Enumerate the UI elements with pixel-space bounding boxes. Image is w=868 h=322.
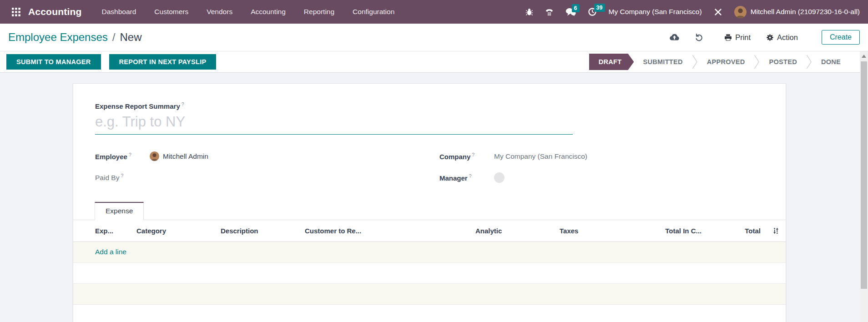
state-draft[interactable]: DRAFT — [589, 54, 634, 70]
paid-by-help-marker[interactable]: ? — [121, 173, 123, 178]
col-category[interactable]: Category — [134, 220, 218, 241]
user-menu[interactable]: Mitchell Admin (21097230-16-0-all) — [734, 6, 860, 18]
empty-row — [73, 262, 786, 283]
field-grid: Employee? Mitchell Admin Paid By? — [95, 146, 764, 188]
summary-input[interactable] — [95, 112, 573, 135]
chevron-separator-icon — [806, 54, 812, 70]
col-customer-to-reinvoice[interactable]: Customer to Re... — [302, 220, 473, 241]
expense-report-form-sheet: Expense Report Summary? Employee? — [73, 83, 786, 322]
summary-label-text: Expense Report Summary — [95, 102, 180, 110]
empty-row — [73, 304, 786, 322]
notebook-tabs: Expense — [73, 202, 786, 220]
summary-field-label: Expense Report Summary? — [95, 101, 786, 110]
col-analytic[interactable]: Analytic — [473, 220, 557, 241]
create-button[interactable]: Create — [822, 30, 860, 45]
print-button[interactable]: Print — [724, 33, 751, 42]
tab-expense[interactable]: Expense — [95, 202, 144, 220]
menu-accounting[interactable]: Accounting — [251, 8, 286, 16]
col-taxes[interactable]: Taxes — [557, 220, 639, 241]
main-content: Expense Report Summary? Employee? — [0, 73, 868, 322]
manager-label-text: Manager — [439, 174, 468, 182]
messages-icon[interactable]: 6 — [565, 8, 576, 16]
expense-lines-table: Exp... Category Description Customer to … — [73, 220, 786, 322]
status-pipeline: DRAFT SUBMITTED APPROVED POSTED DONE — [589, 54, 850, 70]
paid-by-label-text: Paid By — [95, 174, 119, 182]
state-posted[interactable]: POSTED — [760, 58, 806, 65]
control-panel-actions: Print Action Create — [670, 30, 860, 45]
odoo-window: Accounting Dashboard Customers Vendors A… — [0, 0, 868, 322]
company-field-row: Company? My Company (San Francisco) — [439, 146, 764, 167]
col-total-in-currency[interactable]: Total In C... — [639, 220, 707, 241]
employee-name: Mitchell Admin — [163, 152, 208, 161]
messages-count-badge: 6 — [572, 4, 580, 12]
breadcrumb-current: New — [120, 31, 141, 44]
company-switcher[interactable]: My Company (San Francisco) — [609, 8, 702, 16]
report-in-next-payslip-button[interactable]: REPORT IN NEXT PAYSLIP — [109, 54, 217, 70]
menu-customers[interactable]: Customers — [154, 8, 188, 16]
manager-value[interactable] — [494, 172, 505, 183]
phone-icon[interactable] — [545, 8, 554, 16]
breadcrumb: Employee Expenses / New — [8, 31, 141, 44]
breadcrumb-separator: / — [112, 31, 116, 44]
employee-help-marker[interactable]: ? — [129, 152, 131, 157]
action-label: Action — [777, 33, 798, 42]
employee-label-text: Employee — [95, 153, 127, 161]
manager-help-marker[interactable]: ? — [469, 173, 472, 179]
optional-columns-toggle[interactable] — [766, 220, 786, 241]
debug-bug-icon[interactable] — [525, 8, 533, 16]
print-label: Print — [735, 33, 751, 42]
action-button[interactable]: Action — [766, 33, 798, 42]
state-done[interactable]: DONE — [812, 58, 850, 65]
menu-reporting[interactable]: Reporting — [304, 8, 334, 16]
col-expense-date[interactable]: Exp... — [73, 220, 134, 241]
company-value[interactable]: My Company (San Francisco) — [494, 152, 587, 161]
control-panel: Employee Expenses / New — [0, 24, 868, 51]
paid-by-field-row: Paid By? — [95, 167, 439, 188]
scrollbar-thumb[interactable] — [861, 61, 867, 289]
manager-avatar-placeholder — [494, 172, 505, 183]
employee-field-row: Employee? Mitchell Admin — [95, 146, 439, 167]
summary-help-marker[interactable]: ? — [182, 101, 184, 107]
systray: 6 39 My Company (San Francisco) — [525, 6, 860, 18]
menu-dashboard[interactable]: Dashboard — [102, 8, 136, 16]
activities-count-badge: 39 — [594, 4, 605, 12]
submit-to-manager-button[interactable]: SUBMIT TO MANAGER — [6, 54, 101, 70]
add-a-line-link[interactable]: Add a line — [76, 248, 126, 256]
user-avatar — [734, 6, 747, 18]
manager-label: Manager? — [439, 173, 494, 182]
company-label: Company? — [439, 152, 494, 161]
apps-grid-icon[interactable] — [8, 4, 24, 20]
tools-icon[interactable] — [714, 8, 722, 16]
manager-field-row: Manager? — [439, 167, 764, 188]
user-name: Mitchell Admin (21097230-16-0-all) — [751, 8, 860, 16]
chevron-separator-icon — [692, 54, 698, 70]
col-description[interactable]: Description — [218, 220, 302, 241]
scrollbar-up-arrow-icon[interactable] — [862, 55, 866, 58]
top-navbar: Accounting Dashboard Customers Vendors A… — [0, 0, 868, 24]
employee-label: Employee? — [95, 152, 150, 161]
breadcrumb-employee-expenses[interactable]: Employee Expenses — [8, 31, 108, 44]
empty-row — [73, 283, 786, 304]
menu-configuration[interactable]: Configuration — [353, 8, 394, 16]
state-approved[interactable]: APPROVED — [698, 58, 754, 65]
field-column-left: Employee? Mitchell Admin Paid By? — [95, 146, 439, 188]
employee-avatar — [150, 151, 159, 161]
field-column-right: Company? My Company (San Francisco) Mana… — [439, 146, 764, 188]
menu-vendors[interactable]: Vendors — [207, 8, 232, 16]
state-submitted[interactable]: SUBMITTED — [634, 58, 691, 65]
table-header-row: Exp... Category Description Customer to … — [73, 220, 786, 241]
chevron-separator-icon — [754, 54, 760, 70]
col-total[interactable]: Total — [707, 220, 766, 241]
main-menu: Dashboard Customers Vendors Accounting R… — [102, 8, 395, 16]
statusbar: SUBMIT TO MANAGER REPORT IN NEXT PAYSLIP… — [0, 51, 868, 73]
employee-value[interactable]: Mitchell Admin — [150, 151, 208, 161]
cloud-upload-icon[interactable] — [670, 34, 679, 41]
discard-undo-icon[interactable] — [695, 33, 703, 42]
company-label-text: Company — [439, 153, 470, 161]
app-name[interactable]: Accounting — [28, 6, 82, 17]
company-help-marker[interactable]: ? — [472, 152, 474, 157]
vertical-scrollbar[interactable] — [860, 51, 868, 322]
paid-by-label: Paid By? — [95, 173, 150, 182]
activities-clock-icon[interactable]: 39 — [588, 7, 597, 16]
add-line-row: Add a line — [73, 241, 786, 262]
